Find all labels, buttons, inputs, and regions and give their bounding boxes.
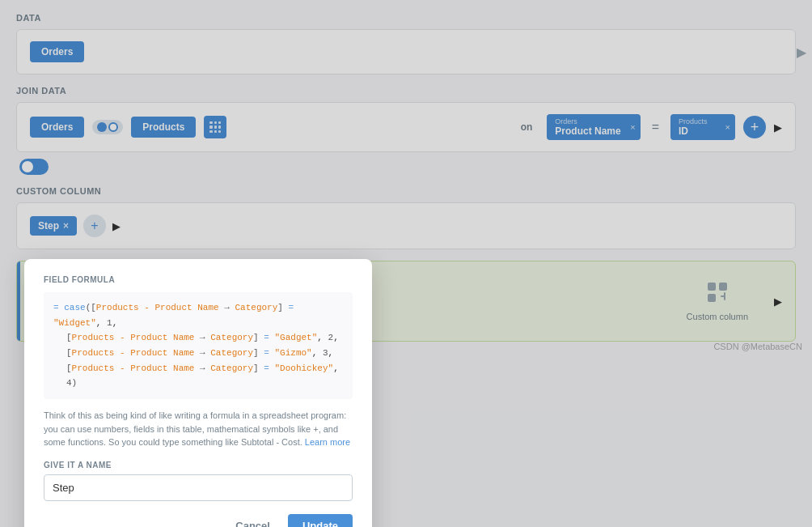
formula-name-input[interactable] [44, 474, 353, 501]
modal-footer: Cancel Update [44, 514, 353, 527]
learn-more-link[interactable]: Learn more [305, 437, 350, 447]
modal-overlay: FIELD FORMULA = case([Products - Product… [0, 0, 812, 527]
give-name-label: GIVE IT A NAME [44, 461, 353, 470]
field-formula-label: FIELD FORMULA [44, 275, 353, 284]
update-button[interactable]: Update [288, 514, 353, 527]
cancel-button[interactable]: Cancel [226, 514, 280, 527]
formula-box: = case([Products - Product Name → Catego… [44, 292, 353, 399]
field-formula-modal: FIELD FORMULA = case([Products - Product… [24, 259, 372, 527]
hint-text: Think of this as being kind of like writ… [44, 409, 353, 449]
